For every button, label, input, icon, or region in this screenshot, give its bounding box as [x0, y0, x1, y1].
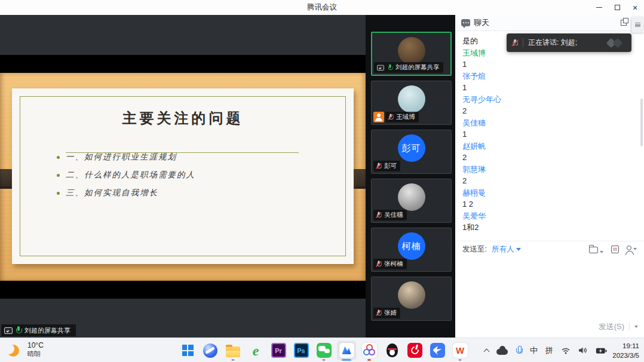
chat-sender-name: 赫栩曼 — [462, 187, 637, 199]
participant-tile[interactable]: 王域博 — [371, 81, 452, 125]
taskbar-app-thunder[interactable] — [428, 341, 447, 360]
taskbar-app-qq[interactable] — [382, 341, 401, 360]
participant-name: 张柯楠 — [384, 260, 403, 268]
letterbox-band — [0, 55, 366, 73]
mic-muted-icon — [376, 309, 381, 316]
taskbar-app-explorer[interactable] — [223, 341, 243, 360]
slide-bullet-list: 一、如何进行职业生涯规划二、什么样的人是职场需要的人三、如何实现自我增长 — [57, 148, 336, 202]
ime-language-indicator[interactable]: 中 — [530, 345, 538, 356]
close-icon: × — [633, 4, 637, 12]
participant-name: 吴佳穗 — [384, 211, 403, 219]
photoshop-icon: Ps — [294, 343, 309, 358]
slide-bullet: 二、什么样的人是职场需要的人 — [57, 166, 336, 184]
avatar: 柯楠 — [398, 232, 425, 260]
chat-sender-name: 无寻少年心 — [462, 94, 637, 106]
battery-icon[interactable] — [596, 347, 607, 354]
netease-music-icon — [407, 343, 422, 358]
chat-scrollbar[interactable] — [640, 99, 643, 146]
hamburger-icon — [635, 23, 640, 27]
mic-muted-icon — [376, 211, 381, 218]
app-running-dot — [323, 359, 326, 361]
chat-message-text: 1 — [462, 59, 637, 70]
avatar — [398, 37, 425, 65]
chevron-down-icon — [633, 248, 637, 250]
restore-button[interactable] — [608, 0, 626, 15]
speaking-toast: 正在讲话: 刘超; — [507, 33, 631, 52]
taskbar-app-browser[interactable] — [201, 341, 220, 360]
avatar: 彭可 — [398, 134, 425, 162]
restore-icon — [615, 5, 620, 10]
weather-widget[interactable]: 10°C 晴朗 — [8, 341, 44, 358]
slide-bullet-text: 三、如何实现自我增长 — [66, 188, 158, 198]
participant-tile[interactable]: 柯楠张柯楠 — [371, 228, 452, 272]
send-to-dropdown[interactable]: 所有人 — [492, 244, 522, 254]
send-options-chevron-icon[interactable] — [634, 326, 638, 328]
taskbar-app-meeting[interactable] — [337, 341, 356, 360]
taskbar-app-windows[interactable] — [178, 341, 197, 360]
taskbar-app-photoshop[interactable]: Ps — [292, 341, 311, 360]
wifi-icon[interactable] — [561, 347, 571, 354]
clock-time: 19:11 — [612, 342, 639, 351]
chat-message-text: 1和2 — [462, 222, 637, 234]
participant-name: 彭可 — [384, 162, 397, 170]
mention-button[interactable] — [627, 248, 637, 250]
taskbar-app-premiere[interactable]: Pr — [269, 341, 288, 360]
browser-icon — [203, 343, 217, 358]
divider — [629, 323, 630, 331]
participant-tile[interactable]: 吴佳穗 — [371, 179, 452, 223]
popout-icon[interactable] — [621, 20, 627, 26]
participant-name: 张婧 — [384, 309, 397, 317]
screen-share-icon — [4, 327, 13, 334]
chat-message-text: 2 — [462, 152, 637, 164]
active-app-indicator — [342, 359, 351, 361]
chat-sender-name: 赵妍帆 — [462, 140, 637, 152]
speaking-toast-text: 正在讲话: 刘超; — [528, 38, 577, 48]
participant-label: 彭可 — [373, 161, 400, 171]
chat-bubble-icon — [461, 19, 470, 26]
taskbar-app-ie[interactable]: e — [246, 341, 265, 360]
slide-paper: 主要关注的问题 一、如何进行职业生涯规划二、什么样的人是职场需要的人三、如何实现… — [12, 88, 354, 264]
taskbar-app-netease-music[interactable] — [405, 341, 424, 360]
tencent-meeting-window: 腾讯会议 × 主要关注的问题 一、如何进行职业生涯规划二、什么样的人是职场需要的… — [0, 0, 644, 362]
taskbar-apps: ePrPsW — [178, 340, 470, 361]
cloud-tray-icon[interactable] — [496, 349, 508, 355]
close-button[interactable]: × — [626, 0, 644, 15]
taskbar-app-wps[interactable]: W — [450, 341, 470, 360]
ie-browser-icon: e — [253, 343, 259, 358]
rings-app-icon — [362, 343, 377, 358]
participant-name: 刘超的屏幕共享 — [395, 63, 440, 72]
app-running-dot — [367, 359, 371, 361]
clock-date: 2023/3/5 — [612, 351, 639, 361]
announcement-icon[interactable] — [611, 246, 619, 253]
send-button[interactable]: 发送(S) — [599, 321, 624, 332]
avatar — [398, 281, 425, 309]
participant-tile[interactable]: 刘超的屏幕共享 — [371, 32, 452, 76]
microphone-tray-icon[interactable] — [516, 346, 522, 355]
speaker-icon[interactable] — [578, 346, 588, 354]
taskbar-clock[interactable]: 19:11 2023/3/5 — [612, 342, 639, 360]
slide-bullet-text: 一、如何进行职业生涯规划 — [66, 152, 177, 162]
participant-tile[interactable]: 彭可彭可 — [371, 130, 452, 174]
ime-pinyin-indicator[interactable]: 拼 — [545, 345, 553, 356]
premiere-icon: Pr — [271, 343, 286, 358]
chat-title: 聊天 — [474, 17, 489, 28]
slide-bullet: 三、如何实现自我增长 — [57, 184, 336, 202]
mic-muted-icon — [376, 162, 381, 169]
system-tray: 中 拼 — [484, 338, 607, 362]
sidebar-handle[interactable] — [631, 17, 644, 33]
chat-message-list: 是的王域博1张予煊1无寻少年心2吴佳穗1赵妍帆2郭慧琳2赫栩曼1 2吴爱华1和2 — [455, 31, 644, 241]
participant-label: 王域博 — [385, 112, 419, 122]
taskbar-app-rings[interactable] — [360, 341, 379, 360]
minimize-button[interactable] — [590, 0, 608, 15]
avatar — [398, 85, 425, 113]
windows-start-icon — [182, 345, 194, 356]
participant-strip: 刘超的屏幕共享王域博彭可彭可吴佳穗柯楠张柯楠张婧 — [366, 15, 455, 338]
tray-expand-icon[interactable] — [484, 349, 490, 355]
participant-tile[interactable]: 张婧 — [371, 277, 452, 321]
chat-panel: 聊天 × 是的王域博1张予煊1无寻少年心2吴佳穗1赵妍帆2郭慧琳2赫栩曼1 2吴… — [455, 15, 644, 338]
app-running-dot — [459, 359, 462, 361]
taskbar-app-wechat[interactable] — [314, 341, 333, 360]
slide-title: 主要关注的问题 — [12, 109, 354, 128]
send-file-button[interactable] — [589, 245, 603, 253]
chat-input[interactable] — [455, 257, 644, 321]
